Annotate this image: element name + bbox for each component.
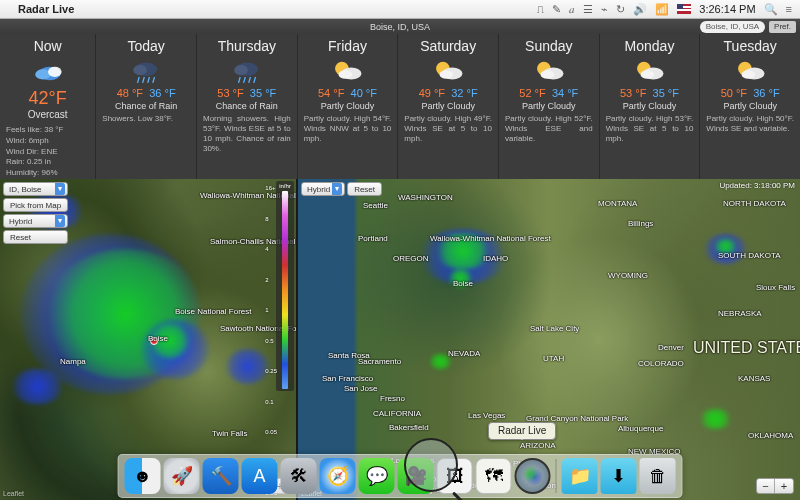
forecast-condition: Partly Cloudy [321, 101, 375, 111]
map-label: OKLAHOMA [748, 431, 793, 440]
menubar-status-area: ⎍ ✎ 𝑎 ☰ ⌁ ↻ 🔊 📶 3:26:14 PM 🔍 ≡ [537, 3, 792, 16]
forecast-description: Showers. Low 38°F. [102, 114, 190, 124]
map-label: WASHINGTON [398, 193, 453, 202]
forecast-temps: 54 °F 40 °F [318, 87, 377, 99]
map-label: NEVADA [448, 349, 480, 358]
timemachine-icon[interactable]: ↻ [616, 3, 625, 16]
forecast-temps: 52 °F 34 °F [519, 87, 578, 99]
map-label: SOUTH DAKOTA [718, 251, 781, 260]
wifi-icon[interactable]: 📶 [655, 3, 669, 16]
zoom-in-button[interactable]: + [775, 479, 793, 493]
map-label: Las Vegas [468, 411, 505, 420]
input-flag-icon[interactable] [677, 4, 691, 14]
forecast-temps: 53 °F 35 °F [620, 87, 679, 99]
forecast-day-title: Now [34, 38, 62, 54]
reset-button[interactable]: Reset [347, 182, 382, 196]
dock-facetime-icon[interactable]: 🎥 [398, 458, 434, 494]
spotlight-icon[interactable]: 🔍 [764, 3, 778, 16]
map-attribution: Leaflet [3, 490, 24, 497]
svg-point-26 [641, 70, 655, 79]
svg-point-23 [540, 70, 554, 79]
pick-from-map-button[interactable]: Pick from Map [3, 198, 68, 212]
national-radar-map[interactable]: WASHINGTONSeattleMONTANAPortlandOREGONID… [298, 179, 800, 500]
zoom-out-button[interactable]: − [757, 479, 775, 493]
layer-select[interactable]: Hybrid [3, 214, 68, 228]
map-label: NORTH DAKOTA [723, 199, 786, 208]
forecast-condition: Partly Cloudy [522, 101, 576, 111]
forecast-temps: 48 °F 36 °F [117, 87, 176, 99]
forecast-day-title: Tuesday [724, 38, 777, 54]
svg-point-17 [339, 70, 353, 79]
menubar-clock[interactable]: 3:26:14 PM [699, 3, 755, 15]
local-radar-map[interactable]: Wallowa-Whitman National ForestSalmon-Ch… [0, 179, 298, 500]
map-label: KANSAS [738, 374, 770, 383]
svg-line-13 [248, 77, 250, 83]
dock-folder2-icon[interactable]: ⬇ [601, 458, 637, 494]
location-select[interactable]: ID, Boise [3, 182, 68, 196]
dock-trash-icon[interactable]: 🗑 [640, 458, 676, 494]
status-icon[interactable]: ✎ [552, 3, 561, 16]
forecast-day: Friday54 °F 40 °FPartly CloudyPartly clo… [298, 34, 399, 179]
dock-tool-icon[interactable]: 🛠 [281, 458, 317, 494]
forecast-condition: Chance of Rain [216, 101, 278, 111]
status-icon[interactable]: ⎍ [537, 3, 544, 15]
map-label: Albuquerque [618, 424, 663, 433]
weather-icon [129, 57, 163, 85]
map-label: Portland [358, 234, 388, 243]
svg-line-7 [148, 77, 150, 83]
map-label: Nampa [60, 357, 86, 366]
dock-xcode-icon[interactable]: 🔨 [203, 458, 239, 494]
location-header: Boise, ID, USA Boise, ID, USA Pref. [0, 19, 800, 34]
forecast-description: Partly cloudy. High 53°F. Winds SE at 5 … [606, 114, 694, 144]
current-temp: 42°F [29, 88, 67, 109]
forecast-now: Now 42°F Overcast Feels like: 38 °F Wind… [0, 34, 96, 179]
dock-radar-icon[interactable] [515, 458, 551, 494]
notification-center-icon[interactable]: ≡ [786, 3, 792, 15]
dock-maps-icon[interactable]: 🗺 [476, 458, 512, 494]
mac-menubar: Radar Live ⎍ ✎ 𝑎 ☰ ⌁ ↻ 🔊 📶 3:26:14 PM 🔍 … [0, 0, 800, 19]
layer-select[interactable]: Hybrid [301, 182, 345, 196]
forecast-condition: Chance of Rain [115, 101, 177, 111]
dock-appstore-icon[interactable]: A [242, 458, 278, 494]
preferences-button[interactable]: Pref. [769, 21, 796, 33]
forecast-day-title: Thursday [218, 38, 276, 54]
current-condition: Overcast [28, 109, 68, 120]
app-menu-title[interactable]: Radar Live [18, 3, 74, 15]
dock-preview-icon[interactable]: 🖼 [437, 458, 473, 494]
forecast-description: Partly cloudy. High 50°F. Winds SE and v… [706, 114, 794, 134]
forecast-day-title: Saturday [420, 38, 476, 54]
dock-finder-icon[interactable]: ☻ [125, 458, 161, 494]
map-label: Boise [148, 334, 168, 343]
reset-button[interactable]: Reset [3, 230, 68, 244]
map-label: San Francisco [322, 374, 373, 383]
wifi-icon[interactable]: ☰ [583, 3, 593, 16]
map-label: Sioux Falls [756, 283, 795, 292]
map-label: IDAHO [483, 254, 508, 263]
map-label: Boise National Forest [175, 307, 251, 316]
location-search-input[interactable]: Boise, ID, USA [700, 21, 765, 33]
bluetooth-icon[interactable]: ⌁ [601, 3, 608, 16]
dock-safari-icon[interactable]: 🧭 [320, 458, 356, 494]
forecast-temps: 53 °F 35 °F [217, 87, 276, 99]
app-window: Boise, ID, USA Boise, ID, USA Pref. Now … [0, 19, 800, 500]
weather-icon [632, 57, 666, 85]
map-label: Santa Rosa [328, 351, 370, 360]
weather-icon [431, 57, 465, 85]
status-icon[interactable]: 𝑎 [569, 3, 575, 16]
map-label: Fresno [380, 394, 405, 403]
svg-line-11 [238, 77, 240, 83]
dock-messages-icon[interactable]: 💬 [359, 458, 395, 494]
dock-folder-icon[interactable]: 📁 [562, 458, 598, 494]
forecast-description: Morning showers. High 53°F. Winds ESE at… [203, 114, 291, 154]
svg-line-6 [143, 77, 145, 83]
forecast-description: Partly cloudy. High 52°F. Winds ESE and … [505, 114, 593, 144]
map-label: UTAH [543, 354, 564, 363]
forecast-strip: Now 42°F Overcast Feels like: 38 °F Wind… [0, 34, 800, 179]
mac-dock: ☻🚀🔨A🛠🧭💬🎥🖼🗺📁⬇🗑 [118, 454, 683, 498]
weather-icon [733, 57, 767, 85]
forecast-condition: Partly Cloudy [723, 101, 777, 111]
svg-line-8 [153, 77, 155, 83]
map-label: Wallowa-Whitman National Forest [430, 234, 551, 243]
volume-icon[interactable]: 🔊 [633, 3, 647, 16]
dock-launchpad-icon[interactable]: 🚀 [164, 458, 200, 494]
